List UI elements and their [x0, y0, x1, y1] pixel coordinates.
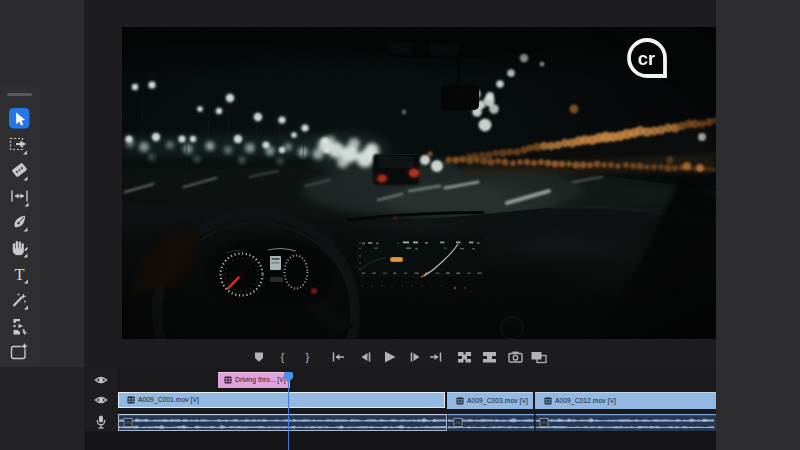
- svg-text:cr: cr: [638, 48, 656, 69]
- svg-text:T: T: [14, 265, 24, 284]
- svg-text:{: {: [281, 351, 285, 363]
- svg-text:}: }: [306, 351, 310, 363]
